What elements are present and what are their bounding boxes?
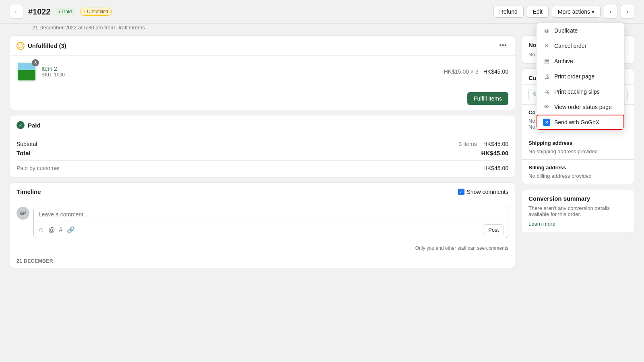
- view-status-menu-item[interactable]: 👁 View order status page: [537, 99, 624, 115]
- paid-status-icon: ✓: [17, 121, 25, 129]
- refund-button[interactable]: Refund: [493, 6, 524, 18]
- payment-title: Paid: [28, 122, 41, 129]
- no-shipping: No shipping address provided: [528, 148, 627, 154]
- gogox-icon: ✕: [543, 119, 550, 126]
- product-qty-badge: 3: [32, 59, 39, 66]
- at-icon[interactable]: @: [48, 226, 55, 234]
- show-comments-toggle[interactable]: ✓ Show comments: [458, 189, 508, 195]
- post-button[interactable]: Post: [483, 224, 504, 235]
- timeline-date-label: 21 DECEMBER: [10, 254, 515, 268]
- chevron-down-icon: ▾: [592, 8, 594, 15]
- total-value: HK$45.00: [481, 150, 508, 156]
- avatar: GP: [17, 207, 29, 220]
- show-comments-checkbox[interactable]: ✓: [458, 189, 464, 195]
- link-icon[interactable]: 🔗: [67, 226, 75, 234]
- print-icon: 🖨: [543, 73, 550, 80]
- duplicate-menu-item[interactable]: ⧉ Duplicate: [537, 23, 624, 38]
- unfulfilled-options-button[interactable]: •••: [497, 41, 508, 50]
- show-comments-label: Show comments: [467, 189, 508, 195]
- archive-menu-item[interactable]: ▤ Archive: [537, 53, 624, 69]
- comment-box: ☺ @ # 🔗 Post: [33, 207, 508, 238]
- shipping-title: Shipping address: [528, 140, 627, 146]
- subtotal-value: HK$45.00: [483, 141, 508, 147]
- unfulfilled-card: Unfulfilled (3) ••• 3 Item 2 SKU:: [10, 35, 515, 110]
- print-order-menu-item[interactable]: 🖨 Print order page: [537, 69, 624, 84]
- order-title: #1022: [28, 7, 51, 16]
- send-gogox-menu-item[interactable]: ✕ Send with GoGoX: [537, 115, 624, 130]
- archive-icon: ▤: [543, 58, 550, 65]
- svg-point-0: [19, 44, 23, 48]
- unfulfilled-status-icon: [17, 42, 25, 50]
- subtotal-label: Subtotal: [17, 141, 37, 147]
- comment-toolbar: ☺ @ # 🔗 Post: [34, 222, 508, 238]
- billing-title: Billing address: [528, 165, 627, 171]
- comment-hint: Only you and other staff can see comment…: [10, 244, 515, 254]
- hashtag-icon[interactable]: #: [59, 226, 63, 234]
- unfulfilled-badge: Unfulfilled: [80, 8, 112, 16]
- timeline-card: Timeline ✓ Show comments GP ☺ @ #: [10, 182, 515, 268]
- payment-details: Subtotal 3 items HK$45.00 Total HK$45.00…: [10, 135, 515, 177]
- product-row: 3 Item 2 SKU: 1000 HK$15.00 × 3 HK$45.00: [10, 56, 515, 87]
- duplicate-icon: ⧉: [543, 27, 550, 34]
- emoji-icon[interactable]: ☺: [38, 226, 44, 234]
- fulfill-items-button[interactable]: Fulfill items: [467, 92, 508, 105]
- prev-order-button[interactable]: ‹: [604, 5, 617, 19]
- no-billing: No billing address provided: [528, 173, 627, 179]
- cancel-order-menu-item[interactable]: ✕ Cancel order: [537, 38, 624, 53]
- product-info: Item 2 SKU: 1000: [41, 66, 439, 78]
- edit-button[interactable]: Edit: [527, 6, 549, 18]
- more-actions-button[interactable]: More actions ▾: [552, 6, 601, 18]
- product-price: HK$15.00 × 3: [444, 68, 479, 75]
- payment-card: ✓ Paid Subtotal 3 items HK$45.00 Total H…: [10, 115, 515, 177]
- paid-by-label: Paid by customer: [17, 165, 60, 171]
- product-link[interactable]: Item 2: [41, 66, 57, 72]
- next-order-button[interactable]: ›: [621, 5, 634, 19]
- billing-section: Billing address No billing address provi…: [522, 160, 634, 184]
- paid-by-value: HK$45.00: [483, 165, 508, 171]
- left-column: Unfulfilled (3) ••• 3 Item 2 SKU:: [10, 35, 515, 268]
- learn-more-link[interactable]: Learn more: [528, 221, 555, 227]
- total-label: Total: [17, 150, 31, 156]
- print-packing-icon: 🖨: [543, 88, 550, 95]
- eye-icon: 👁: [543, 103, 550, 111]
- comment-input[interactable]: [34, 207, 508, 222]
- comment-area: GP ☺ @ # 🔗 Post: [10, 201, 515, 244]
- timeline-header: Timeline ✓ Show comments: [10, 183, 515, 201]
- subtotal-row: Subtotal 3 items HK$45.00: [17, 141, 508, 147]
- paid-badge: Paid: [56, 8, 75, 15]
- cancel-icon: ✕: [543, 42, 550, 49]
- product-sku: SKU: 1000: [41, 72, 439, 78]
- unfulfilled-title: Unfulfilled (3): [28, 42, 66, 49]
- unfulfilled-card-header: Unfulfilled (3) •••: [10, 36, 515, 56]
- more-actions-dropdown: ⧉ Duplicate ✕ Cancel order ▤ Archive 🖨 P…: [536, 23, 625, 130]
- subtotal-items: 3 items: [459, 141, 477, 147]
- conversion-text: There aren't any conversion details avai…: [528, 205, 627, 217]
- payment-card-header: ✓ Paid: [10, 115, 515, 135]
- total-row: Total HK$45.00: [17, 150, 508, 156]
- conversion-card: Conversion summary There aren't any conv…: [522, 189, 634, 233]
- conversion-title: Conversion summary: [528, 195, 627, 202]
- back-button[interactable]: ←: [10, 5, 23, 19]
- page-header: ← #1022 Paid Unfulfilled Refund Edit Mor…: [0, 0, 644, 24]
- product-total: HK$45.00: [483, 68, 508, 75]
- paid-by-row: Paid by customer HK$45.00: [17, 160, 508, 171]
- header-actions: Refund Edit More actions ▾ ‹ ›: [493, 5, 634, 19]
- timeline-title: Timeline: [17, 188, 41, 195]
- fulfill-btn-row: Fulfill items: [10, 87, 515, 110]
- print-packing-menu-item[interactable]: 🖨 Print packing slips: [537, 84, 624, 99]
- shipping-section: Shipping address No shipping address pro…: [522, 135, 634, 160]
- product-image-wrap: 3: [17, 62, 37, 82]
